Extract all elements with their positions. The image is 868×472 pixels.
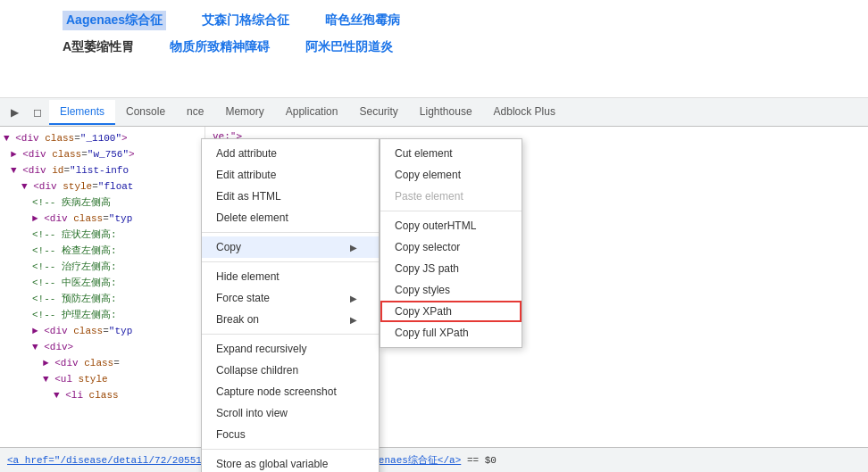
dom-line: ▼ <ul style: [0, 371, 204, 387]
break-on-arrow: ▶: [350, 315, 357, 325]
force-state-arrow: ▶: [350, 294, 357, 303]
webpage-row2: A型萎缩性胃 物质所致精神障碍 阿米巴性阴道炎: [0, 34, 868, 61]
menu-delete-element[interactable]: Delete element: [202, 207, 379, 228]
dom-line: <!-- 中医左侧高:: [0, 275, 204, 291]
submenu-copy-full-xpath[interactable]: Copy full XPath: [380, 322, 522, 344]
webpage-item-right2: 阿米巴性阴道炎: [305, 39, 393, 55]
tab-elements[interactable]: Elements: [49, 100, 115, 125]
menu-collapse-children[interactable]: Collapse children: [202, 360, 379, 381]
menu-break-on[interactable]: Break on ▶: [202, 309, 379, 330]
tab-application[interactable]: Application: [275, 100, 349, 125]
menu-copy[interactable]: Copy ▶: [202, 236, 379, 258]
dom-panel: ▼ <div class="_1100"> ► <div class="w_75…: [0, 127, 205, 447]
status-equals: == $0: [467, 455, 497, 466]
webpage-item-left: A型萎缩性胃: [63, 39, 134, 55]
separator: [202, 232, 379, 233]
dom-line: ▼ <div id="list-info: [0, 162, 204, 178]
separator: [380, 211, 522, 211]
dom-line: <!-- 预防左侧高:: [0, 291, 204, 307]
selected-webpage-item: Aagenaes综合征: [63, 11, 166, 30]
submenu-cut-element[interactable]: Cut element: [380, 143, 522, 164]
inspect-icon[interactable]: ▶: [4, 101, 26, 124]
context-menu: Add attribute Edit attribute Edit as HTM…: [201, 138, 380, 472]
tab-security[interactable]: Security: [348, 100, 408, 125]
menu-edit-html[interactable]: Edit as HTML: [202, 186, 379, 207]
separator: [202, 261, 379, 262]
webpage-row1: Aagenaes综合征 艾森门格综合征 暗色丝孢霉病: [0, 7, 868, 34]
submenu-copy-selector[interactable]: Copy selector: [380, 236, 522, 258]
dom-line: ► <div class="typ: [0, 211, 204, 227]
webpage-item1: 艾森门格综合征: [202, 12, 289, 29]
dom-line: <!-- 检查左侧高:: [0, 243, 204, 259]
tab-lighthouse[interactable]: Lighthouse: [409, 100, 483, 125]
webpage-item-right1: 物质所致精神障碍: [170, 39, 270, 55]
separator: [202, 334, 379, 335]
status-bar: <a href="/disease/detail/72/20551473" ti…: [0, 447, 868, 472]
dom-line: ▼ <li class: [0, 387, 204, 403]
submenu-copy-element[interactable]: Copy element: [380, 164, 522, 186]
menu-capture-screenshot[interactable]: Capture node screenshot: [202, 381, 379, 402]
menu-store-global[interactable]: Store as global variable: [202, 453, 379, 472]
tab-adblock[interactable]: Adblock Plus: [483, 100, 566, 125]
submenu-paste-element[interactable]: Paste element: [380, 186, 522, 207]
dom-line: ► <div class="typ: [0, 323, 204, 339]
menu-force-state[interactable]: Force state ▶: [202, 287, 379, 309]
dom-line: ► <div class=: [0, 355, 204, 371]
menu-add-attribute[interactable]: Add attribute: [202, 143, 379, 164]
dom-line: ▼ <div class="_1100">: [0, 130, 204, 146]
menu-expand-recursively[interactable]: Expand recursively: [202, 338, 379, 360]
copy-arrow: ▶: [350, 243, 357, 253]
menu-scroll-into-view[interactable]: Scroll into view: [202, 402, 379, 424]
submenu-copy-jspath[interactable]: Copy JS path: [380, 258, 522, 279]
device-icon[interactable]: ◻: [26, 101, 49, 124]
dom-line: ▼ <div style="float: [0, 178, 204, 195]
copy-submenu: Cut element Copy element Paste element C…: [380, 138, 522, 348]
devtools-tabbar: ▶ ◻ Elements Console nce Memory Applicat…: [0, 98, 868, 127]
menu-hide-element[interactable]: Hide element: [202, 266, 379, 287]
submenu-copy-xpath[interactable]: Copy XPath: [380, 301, 522, 322]
separator: [202, 449, 379, 450]
tab-console[interactable]: Console: [115, 100, 176, 125]
dom-line: <!-- 症状左侧高:: [0, 227, 204, 243]
menu-edit-attribute[interactable]: Edit attribute: [202, 164, 379, 186]
tab-memory[interactable]: Memory: [214, 100, 274, 125]
tab-performance[interactable]: nce: [176, 100, 214, 125]
webpage-area: Aagenaes综合征 艾森门格综合征 暗色丝孢霉病 A型萎缩性胃 物质所致精神…: [0, 0, 868, 98]
submenu-copy-styles[interactable]: Copy styles: [380, 279, 522, 301]
dom-line: ► <div class="w_756">: [0, 146, 204, 162]
dom-line: <!-- 治疗左侧高:: [0, 259, 204, 275]
webpage-item2: 暗色丝孢霉病: [325, 12, 400, 29]
submenu-copy-outerhtml[interactable]: Copy outerHTML: [380, 215, 522, 236]
dom-line: <!-- 护理左侧高:: [0, 307, 204, 323]
menu-focus[interactable]: Focus: [202, 424, 379, 445]
dom-line: <!-- 疾病左侧高: [0, 195, 204, 211]
dom-line: ▼ <div>: [0, 339, 204, 355]
